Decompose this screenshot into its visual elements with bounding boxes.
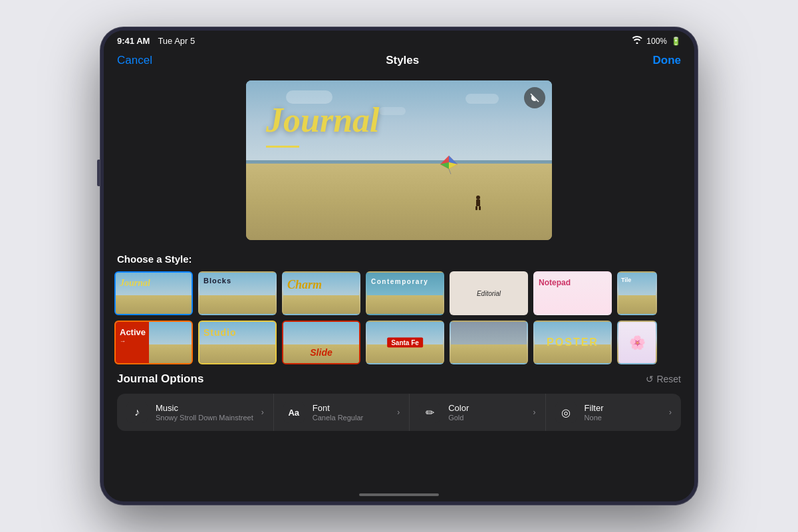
option-font-text: Font Canela Regular [313, 403, 389, 422]
color-icon-bg: ✏ [419, 402, 440, 423]
style-thumb-contemporary[interactable]: Contemporary [366, 271, 444, 315]
thumb-label-charm: Charm [287, 278, 322, 292]
navigation-bar: Cancel Styles Done [104, 49, 694, 74]
thumb-label-active: Active [120, 327, 146, 337]
style-thumb-editorial[interactable]: Editorial [450, 271, 528, 315]
music-icon-bg: ♪ [126, 402, 148, 423]
option-color-value: Gold [448, 414, 525, 422]
svg-rect-6 [476, 200, 480, 206]
color-chevron: › [533, 408, 536, 417]
option-filter-label: Filter [585, 403, 661, 413]
page-title: Styles [386, 54, 419, 67]
style-thumb-journal[interactable]: Journal [114, 271, 193, 315]
ipad-screen: 9:41 AM Tue Apr 5 100% 🔋 Cancel Styles D… [104, 31, 694, 501]
cloud-2 [466, 94, 499, 104]
svg-point-5 [476, 196, 480, 200]
status-date: Tue Apr 5 [158, 36, 195, 46]
style-thumb-blocks[interactable]: Blocks [198, 271, 277, 315]
option-color-label: Color [448, 403, 525, 413]
option-font-value: Canela Regular [313, 414, 389, 422]
reset-icon: ↺ [646, 374, 654, 384]
thumb-label-slide: Slide [310, 347, 332, 358]
svg-rect-8 [479, 206, 481, 210]
thumb-label-poster: POSTER [547, 336, 598, 348]
thumb-label-floral: 🌸 [629, 334, 646, 350]
main-content: Journal [104, 74, 694, 489]
style-thumb-notepad[interactable]: Notepad [533, 271, 612, 315]
side-button [97, 160, 100, 186]
home-indicator [104, 489, 694, 501]
style-thumb-floral[interactable]: 🌸 [617, 321, 657, 364]
style-thumb-tile[interactable]: Tile [617, 271, 657, 315]
status-bar: 9:41 AM Tue Apr 5 100% 🔋 [104, 31, 694, 49]
person-silhouette [474, 195, 482, 213]
styles-row-1: Journal Blocks Charm [114, 271, 684, 315]
ipad-device: 9:41 AM Tue Apr 5 100% 🔋 Cancel Styles D… [100, 27, 698, 505]
option-music-text: Music Snowy Stroll Down Mainstreet [156, 403, 253, 422]
option-filter[interactable]: ◎ Filter None › [546, 394, 681, 431]
options-items: ♪ Music Snowy Stroll Down Mainstreet › A… [117, 394, 681, 431]
options-section: Journal Options ↺ Reset ♪ Music [104, 364, 694, 431]
thumb-label-notepad: Notepad [539, 278, 571, 287]
style-thumb-active[interactable]: Active → [114, 321, 193, 364]
cloud-3 [379, 107, 406, 115]
styles-row-2: Active → Studio Slide [114, 321, 684, 364]
filter-icon: ◎ [561, 406, 571, 419]
preview-container: Journal [104, 74, 694, 251]
option-music-label: Music [156, 403, 253, 413]
color-icon: ✏ [426, 406, 434, 419]
thumb-label-tile: Tile [621, 277, 631, 283]
battery-percent: 100% [646, 37, 667, 46]
options-title: Journal Options [117, 372, 203, 386]
filter-icon-bg: ◎ [555, 402, 577, 423]
font-chevron: › [397, 408, 400, 417]
preview-title: Journal [266, 100, 380, 140]
mute-button[interactable] [524, 87, 545, 108]
battery-icon: 🔋 [671, 37, 681, 46]
preview-underline [266, 146, 299, 148]
option-font-label: Font [313, 403, 389, 413]
styles-grid: Journal Blocks Charm [104, 271, 694, 364]
option-filter-text: Filter None [585, 403, 661, 422]
music-icon: ♪ [134, 406, 140, 418]
preview-video: Journal [246, 80, 552, 240]
reset-button[interactable]: ↺ Reset [646, 374, 681, 384]
thumb-label-journal: Journal [120, 278, 150, 289]
music-chevron: › [261, 408, 264, 417]
option-music[interactable]: ♪ Music Snowy Stroll Down Mainstreet › [117, 394, 274, 431]
option-filter-value: None [585, 414, 661, 422]
thumb-label-santafe: Santa Fe [387, 338, 423, 348]
done-button[interactable]: Done [652, 54, 681, 67]
cancel-button[interactable]: Cancel [117, 54, 152, 67]
active-arrow: → [120, 338, 126, 344]
font-icon: Aa [288, 408, 299, 418]
thumb-label-blocks: Blocks [203, 277, 231, 285]
option-music-value: Snowy Stroll Down Mainstreet [156, 414, 253, 422]
style-thumb-plain[interactable] [450, 321, 528, 364]
option-font[interactable]: Aa Font Canela Regular › [274, 394, 410, 431]
thumb-label-contemporary: Contemporary [371, 278, 428, 285]
style-thumb-studio[interactable]: Studio [198, 321, 277, 364]
style-thumb-charm[interactable]: Charm [282, 271, 360, 315]
thumb-label-editorial: Editorial [477, 290, 501, 297]
style-thumb-poster[interactable]: POSTER [533, 321, 612, 364]
option-color[interactable]: ✏ Color Gold › [410, 394, 545, 431]
preview-beach [246, 164, 552, 240]
style-thumb-santafe[interactable]: Santa Fe [366, 321, 444, 364]
style-thumb-slide[interactable]: Slide [282, 321, 360, 364]
options-header: Journal Options ↺ Reset [117, 372, 681, 386]
kite-icon [439, 154, 459, 177]
svg-rect-7 [475, 206, 477, 210]
status-indicators: 100% 🔋 [632, 36, 681, 46]
thumb-label-studio: Studio [203, 327, 237, 338]
filter-chevron: › [669, 408, 672, 417]
option-color-text: Color Gold [448, 403, 525, 422]
wifi-icon [632, 36, 642, 46]
svg-line-4 [449, 169, 451, 174]
bottom-spacer [104, 431, 694, 442]
section-label: Choose a Style: [104, 251, 694, 271]
status-time: 9:41 AM [117, 36, 150, 46]
font-icon-bg: Aa [283, 402, 305, 423]
home-bar[interactable] [359, 493, 439, 496]
